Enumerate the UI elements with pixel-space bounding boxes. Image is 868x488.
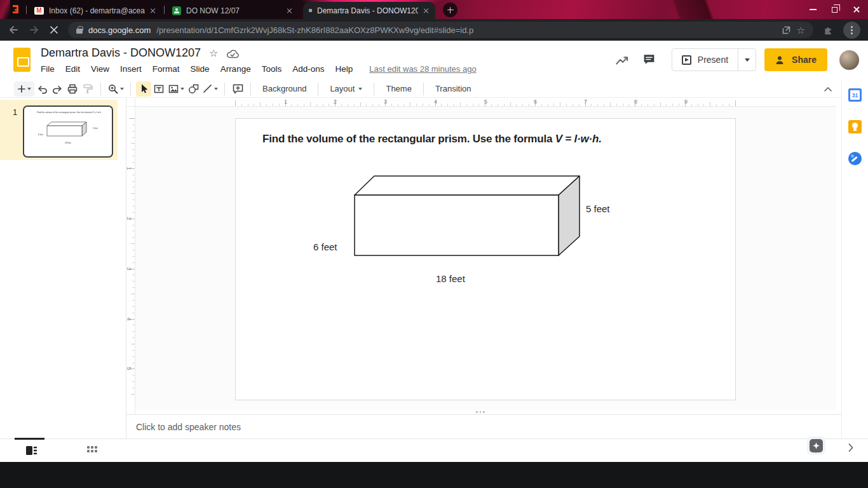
slide-page[interactable]: Find the volume of the rectangular prism… (235, 118, 736, 400)
minimize-button[interactable] (810, 9, 817, 10)
thumbnail-title-text: Find the volume of the rectangular prism… (29, 111, 109, 114)
lock-icon[interactable] (76, 29, 83, 34)
menu-format[interactable]: Format (153, 64, 180, 74)
menu-slide[interactable]: Slide (191, 64, 210, 74)
activity-dashboard-icon[interactable] (615, 53, 629, 66)
toolbar-divider (224, 83, 225, 95)
tab-close-icon[interactable] (287, 8, 293, 14)
share-button[interactable]: Share (764, 48, 827, 71)
document-status-cloud-icon[interactable] (226, 48, 239, 58)
insert-comment-button[interactable] (230, 81, 245, 97)
undo-button[interactable] (34, 81, 50, 97)
layout-label: Layout (330, 84, 355, 93)
menu-help[interactable]: Help (335, 64, 353, 74)
zoom-button[interactable] (106, 81, 125, 97)
google-slides-logo[interactable] (13, 48, 31, 72)
back-icon[interactable] (8, 24, 19, 36)
menu-arrange[interactable]: Arrange (220, 64, 251, 74)
star-document-icon[interactable]: ☆ (209, 48, 218, 58)
expand-side-panel-chevron[interactable] (848, 443, 854, 455)
notes-resize-handle[interactable] (476, 411, 485, 413)
slide-title-textbox[interactable]: Find the volume of the rectangular prism… (262, 133, 602, 146)
comment-history-icon[interactable] (642, 53, 656, 66)
rectangular-prism-figure[interactable] (350, 175, 582, 261)
theme-button[interactable]: Theme (379, 81, 417, 97)
url-host: docs.google.com (88, 25, 151, 35)
tab-title: DO NOW 12/07 (186, 6, 281, 15)
chevron-down-icon (358, 88, 362, 92)
document-title[interactable]: Demartra Davis - DONOW1207 (41, 46, 201, 60)
text-box-button[interactable] (151, 81, 166, 97)
url-path: /presentation/d/1CmfGzrk2WvjJ68kSt-zhK86… (156, 25, 775, 35)
menu-bar: File Edit View Insert Format Slide Arran… (41, 64, 477, 74)
restore-button[interactable] (832, 7, 837, 13)
menu-view[interactable]: View (91, 64, 109, 74)
chevron-down-icon (120, 88, 124, 92)
filmstrip-view-icon[interactable] (25, 445, 37, 456)
thumbnail-label: 5 feet (93, 127, 98, 130)
new-slide-button[interactable] (14, 81, 34, 97)
tab-close-icon[interactable] (423, 8, 430, 14)
present-options-dropdown[interactable] (738, 49, 756, 71)
slide-formula-text: V = l·w·h. (555, 133, 602, 145)
open-in-window-icon[interactable] (782, 25, 791, 35)
extensions-puzzle-icon[interactable] (823, 25, 834, 36)
horizontal-ruler: 1 2 3 4 5 6 7 8 9 (135, 98, 836, 107)
account-avatar[interactable] (839, 50, 859, 70)
forward-icon[interactable] (29, 24, 40, 36)
slide-prompt-text: Find the volume of the rectangular prism… (262, 133, 555, 145)
insert-line-button[interactable] (201, 81, 219, 97)
grid-view-icon[interactable] (87, 446, 97, 452)
layout-button[interactable]: Layout (323, 81, 369, 97)
present-button-group: Present (672, 48, 756, 71)
menu-tools[interactable]: Tools (262, 64, 282, 74)
tab-close-icon[interactable] (150, 8, 156, 14)
background-button[interactable]: Background (256, 81, 313, 97)
stop-reload-icon[interactable] (50, 25, 58, 34)
toolbar-divider (100, 83, 101, 95)
browser-menu-icon[interactable] (843, 22, 860, 39)
menu-addons[interactable]: Add-ons (292, 64, 324, 74)
tab-do-now[interactable]: DO NOW 12/07 (166, 2, 299, 19)
new-tab-button[interactable] (443, 3, 458, 17)
wallpaper-logo (13, 5, 18, 13)
redo-button[interactable] (50, 81, 65, 97)
google-keep-icon[interactable] (848, 120, 862, 133)
share-person-icon (775, 55, 785, 65)
paint-format-button[interactable] (80, 81, 95, 97)
menu-edit[interactable]: Edit (65, 64, 80, 74)
chevron-down-icon (745, 58, 750, 64)
close-window-button[interactable] (853, 6, 860, 13)
last-edit-link[interactable]: Last edit was 28 minutes ago (369, 64, 476, 74)
tab-separator (164, 6, 165, 14)
line-icon (202, 83, 213, 94)
select-tool-button[interactable] (136, 81, 151, 97)
insert-shape-button[interactable] (186, 81, 201, 97)
insert-image-button[interactable] (166, 81, 186, 97)
google-classroom-icon (172, 6, 181, 15)
cursor-icon (139, 83, 149, 94)
google-tasks-icon[interactable] (848, 152, 862, 165)
tab-strip: M Inbox (62) - demartra@aceacade DO NOW … (0, 0, 868, 19)
length-dimension-label: 18 feet (436, 273, 465, 284)
present-button[interactable]: Present (672, 49, 738, 71)
menu-file[interactable]: File (41, 64, 55, 74)
magnifier-icon (107, 83, 119, 95)
slide-thumbnail[interactable]: Find the volume of the rectangular prism… (23, 105, 113, 158)
bottom-bar (0, 438, 868, 462)
toolbar-divider (318, 83, 318, 95)
google-calendar-icon[interactable]: 31 (848, 88, 862, 102)
chevron-down-icon (214, 88, 218, 92)
collapse-toolbar-button[interactable] (824, 83, 832, 95)
menu-insert[interactable]: Insert (120, 64, 142, 74)
tab-active-slides[interactable]: Demartra Davis - DONOW1207 - (303, 2, 435, 19)
address-bar[interactable]: docs.google.com/presentation/d/1CmfGzrk2… (68, 22, 813, 38)
tab-gmail[interactable]: M Inbox (62) - demartra@aceacade (29, 2, 162, 19)
transition-button[interactable]: Transition (429, 81, 478, 97)
speaker-notes-input[interactable]: Click to add speaker notes (126, 414, 841, 438)
selected-slide-row[interactable]: 1 Find the volume of the rectangular pri… (0, 100, 118, 160)
print-button[interactable] (65, 81, 80, 97)
explore-button[interactable] (807, 437, 825, 455)
background-label: Background (262, 84, 306, 93)
bookmark-star-icon[interactable]: ☆ (797, 25, 805, 35)
